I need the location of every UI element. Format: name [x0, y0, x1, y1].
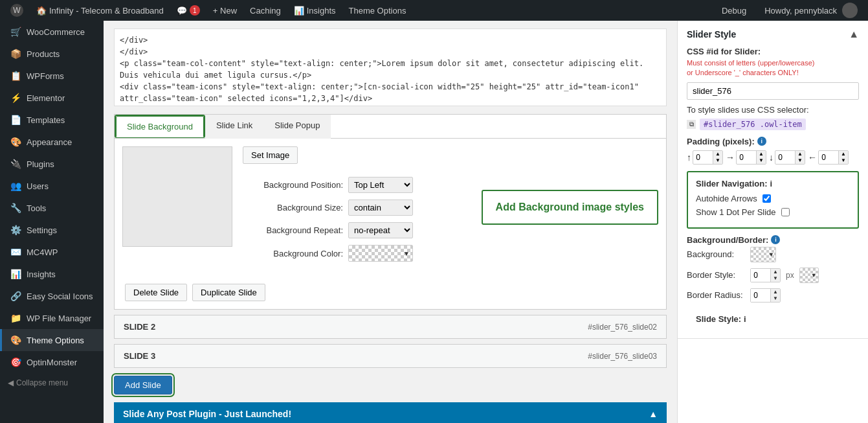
padding-info-icon: i: [757, 137, 766, 146]
settings-icon: ⚙️: [10, 224, 21, 236]
sidebar-item-theme-options[interactable]: 🎨 Theme Options: [0, 329, 104, 351]
woocommerce-icon: 🛒: [10, 26, 21, 38]
slider-nav-info-icon: i: [770, 179, 773, 189]
border-color-picker[interactable]: ▼: [799, 268, 819, 283]
sidebar-item-templates[interactable]: 📄 Templates: [0, 109, 104, 131]
autohide-arrows-checkbox[interactable]: [762, 194, 771, 203]
sidebar-item-settings[interactable]: ⚙️ Settings: [0, 219, 104, 241]
products-icon: 📦: [10, 48, 21, 60]
padding-left-icon: ←: [808, 152, 817, 163]
background-row: Background: ▼: [687, 247, 859, 262]
border-style-up[interactable]: ▲: [771, 269, 780, 275]
padding-bottom-up[interactable]: ▲: [796, 151, 805, 157]
padding-left-spinner[interactable]: ▲ ▼: [818, 150, 849, 165]
sidebar-item-elementor[interactable]: ⚡ Elementor: [0, 87, 104, 109]
sidebar-item-optinmonster[interactable]: 🎯 OptinMonster: [0, 351, 104, 373]
padding-top-spinner[interactable]: ▲ ▼: [693, 150, 723, 165]
padding-left-down[interactable]: ▼: [839, 157, 848, 164]
bg-border-info-icon: i: [771, 235, 780, 244]
sidebar-item-tools[interactable]: 🔧 Tools: [0, 197, 104, 219]
bg-repeat-select[interactable]: no-repeat repeat repeat-x repeat-y: [348, 222, 413, 238]
tab-slide-background[interactable]: Slide Background: [116, 116, 204, 137]
theme-options-topbar-link[interactable]: Theme Options: [344, 0, 412, 21]
padding-left-input[interactable]: [819, 152, 838, 163]
caching-link[interactable]: Caching: [245, 0, 286, 21]
comments-link[interactable]: 💬 1: [172, 0, 205, 21]
sidebar-item-label: Users: [27, 181, 49, 191]
code-editor[interactable]: </div> </div> <p class="team-col-content…: [114, 29, 667, 106]
new-link[interactable]: + New: [208, 0, 242, 21]
howdy-menu[interactable]: Howdy, pennyblack: [759, 0, 863, 21]
sidebar-item-wp-file-manager[interactable]: 📁 WP File Manager: [0, 307, 104, 329]
sidebar-item-products[interactable]: 📦 Products: [0, 43, 104, 65]
css-selector-label: To style slides use CSS selector:: [687, 105, 859, 115]
border-style-row: Border Style: ▲ ▼ px ▼: [687, 268, 859, 283]
padding-top-icon: ↑: [687, 152, 691, 163]
padding-right-spinner[interactable]: ▲ ▼: [736, 150, 766, 165]
collapse-menu[interactable]: ◀ Collapse menu: [0, 373, 104, 393]
caching-label: Caching: [250, 6, 281, 16]
sidebar-item-easy-social[interactable]: 🔗 Easy Social Icons: [0, 285, 104, 307]
background-color-picker[interactable]: ▼: [750, 247, 776, 262]
padding-right-up[interactable]: ▲: [757, 151, 766, 157]
copy-icon[interactable]: ⧉: [687, 120, 696, 129]
slide-style-section: Slide Style: i: [687, 308, 859, 330]
padding-bottom-spinner[interactable]: ▲ ▼: [775, 150, 805, 165]
bg-size-select[interactable]: contain cover auto: [348, 200, 413, 216]
padding-bottom-input[interactable]: [775, 152, 795, 163]
padding-top-up[interactable]: ▲: [713, 151, 722, 157]
border-radius-input[interactable]: [751, 289, 770, 302]
debug-link[interactable]: Debug: [717, 0, 751, 21]
slide-3-bar[interactable]: SLIDE 3 #slider_576_slide03: [114, 344, 667, 368]
tab-slide-link[interactable]: Slide Link: [205, 115, 263, 139]
css-id-input[interactable]: [687, 82, 859, 100]
bg-color-picker[interactable]: ▼: [348, 245, 413, 262]
padding-right-down[interactable]: ▼: [757, 157, 766, 164]
image-placeholder: [122, 146, 232, 247]
border-style-down[interactable]: ▼: [771, 275, 780, 282]
border-radius-down[interactable]: ▼: [771, 295, 780, 302]
site-name: Infinity - Telecom & Broadband: [49, 6, 164, 16]
slide-2-bar[interactable]: SLIDE 2 #slider_576_slide02: [114, 315, 667, 339]
sidebar-item-insights[interactable]: 📊 Insights: [0, 263, 104, 285]
sidebar-item-label: Elementor: [27, 93, 65, 103]
border-style-spinner[interactable]: ▲ ▼: [750, 268, 781, 282]
sidebar-item-label: Theme Options: [27, 336, 84, 345]
tab-slide-popup[interactable]: Slide Popup: [263, 115, 331, 139]
border-radius-spinner[interactable]: ▲ ▼: [750, 288, 781, 303]
padding-bottom-icon: ↓: [769, 152, 773, 163]
padding-right-input[interactable]: [737, 152, 756, 163]
bg-size-row: Background Size: contain cover auto: [243, 200, 458, 216]
sidebar-item-label: Insights: [27, 269, 56, 279]
border-radius-up[interactable]: ▲: [771, 289, 780, 295]
autohide-arrows-row: Autohide Arrows: [696, 194, 850, 203]
home-link[interactable]: 🏠 Infinity - Telecom & Broadband: [31, 0, 169, 21]
sidebar-item-label: Tools: [27, 203, 46, 213]
wp-logo[interactable]: W: [5, 0, 28, 21]
padding-top-input[interactable]: [693, 152, 713, 163]
admin-bar: W 🏠 Infinity - Telecom & Broadband 💬 1 +…: [0, 0, 868, 21]
padding-top-down[interactable]: ▼: [713, 157, 722, 164]
padding-left-up[interactable]: ▲: [839, 151, 848, 157]
sidebar-item-mc4wp[interactable]: ✉️ MC4WP: [0, 241, 104, 263]
sidebar-item-wpforms[interactable]: 📋 WPForms: [0, 65, 104, 87]
set-image-button[interactable]: Set Image: [243, 146, 298, 164]
insights-topbar-link[interactable]: 📊 Insights: [289, 0, 341, 21]
sidebar-item-plugins[interactable]: 🔌 Plugins: [0, 153, 104, 175]
bg-position-select[interactable]: Top Left Top Center Top Right Center: [348, 177, 413, 193]
plugin-promo-bar[interactable]: Slide Any Post Plugin - Just Launched! ▲: [114, 402, 667, 423]
show-1-dot-checkbox[interactable]: [781, 208, 790, 216]
padding-right-icon: →: [726, 152, 735, 163]
delete-slide-button[interactable]: Delete Slide: [125, 284, 187, 301]
add-slide-button[interactable]: Add Slide: [114, 376, 172, 394]
duplicate-slide-button[interactable]: Duplicate Slide: [192, 284, 265, 301]
padding-section: Padding (pixels): i ↑ ▲ ▼: [687, 137, 859, 165]
bg-repeat-label: Background Repeat:: [243, 225, 343, 235]
border-style-input[interactable]: [751, 269, 770, 282]
sidebar-item-woocommerce[interactable]: 🛒 WooCommerce: [0, 21, 104, 43]
padding-bottom-down[interactable]: ▼: [796, 157, 805, 164]
sidebar-item-users[interactable]: 👥 Users: [0, 175, 104, 197]
slider-style-collapse-icon[interactable]: ▲: [849, 29, 859, 40]
sidebar-item-appearance[interactable]: 🎨 Appearance: [0, 131, 104, 153]
slide-bg-content: Set Image Background Position: Top Left …: [115, 139, 666, 276]
